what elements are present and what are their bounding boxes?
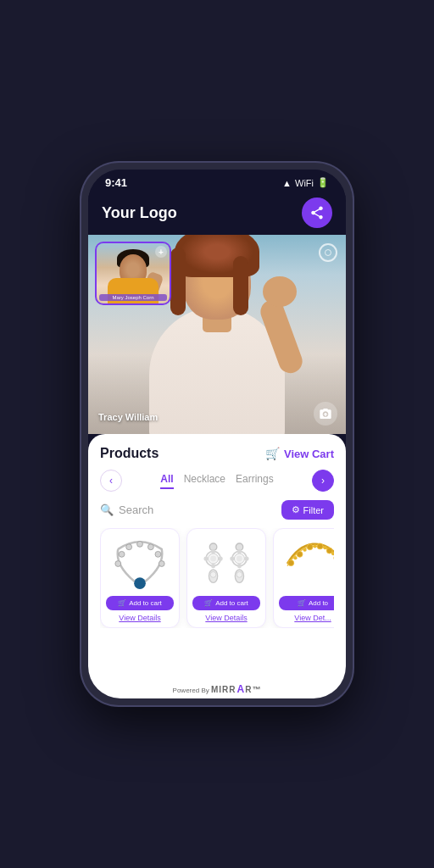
product-card-earrings: 🛒 Add to cart View Details: [186, 528, 266, 628]
products-grid: 🛒 Add to cart View Details: [100, 528, 334, 628]
products-panel: Products 🛒 View Cart ‹ All Necklace Earr…: [88, 434, 346, 680]
view-cart-label: View Cart: [284, 448, 334, 460]
filter-icon: ⚙: [292, 504, 300, 515]
products-header: Products 🛒 View Cart: [100, 446, 334, 461]
product-image-bracelet: [279, 536, 334, 591]
mirrar-text2: R™: [245, 685, 261, 694]
cart-icon-3: 🛒: [298, 599, 306, 607]
svg-point-11: [210, 555, 216, 561]
wifi-icon: WiFi: [295, 178, 314, 188]
svg-point-24: [230, 556, 234, 560]
necklace-svg: [110, 538, 170, 589]
products-title: Products: [100, 446, 159, 461]
pip-name-label: Mary Joseph Corn: [99, 294, 167, 301]
pip-add-icon[interactable]: +: [155, 246, 167, 258]
add-to-cart-label-1: Add to cart: [129, 599, 162, 607]
svg-point-36: [313, 544, 316, 548]
tab-earrings[interactable]: Earrings: [236, 473, 274, 489]
add-to-cart-button-1[interactable]: 🛒 Add to cart: [106, 596, 174, 610]
view-details-link-3[interactable]: View Det...: [279, 614, 334, 622]
earrings-svg: [197, 538, 256, 589]
svg-point-28: [288, 559, 294, 565]
video-area: + Mary Joseph Corn Tracy William: [88, 235, 346, 434]
svg-point-37: [323, 546, 326, 549]
filter-button[interactable]: ⚙ Filter: [281, 500, 334, 520]
battery-icon: 🔋: [317, 177, 329, 188]
svg-point-0: [134, 577, 146, 589]
svg-point-32: [326, 548, 332, 554]
share-button[interactable]: [302, 198, 332, 228]
svg-point-25: [244, 556, 248, 560]
product-image-necklace: [106, 536, 174, 591]
svg-point-17: [210, 571, 216, 577]
svg-point-2: [126, 543, 132, 549]
search-bar: 🔍 Search ⚙ Filter: [100, 500, 334, 520]
product-image-earrings: [192, 536, 260, 591]
tab-necklace[interactable]: Necklace: [184, 473, 225, 489]
mirrar-logo: MIRR A R™: [211, 683, 261, 695]
svg-point-29: [297, 551, 303, 557]
tabs-list: All Necklace Earrings: [125, 473, 309, 489]
user-name-label: Tracy William: [98, 412, 158, 422]
add-to-cart-button-3[interactable]: 🛒 Add to: [279, 596, 334, 610]
svg-point-27: [236, 571, 242, 577]
filter-label: Filter: [303, 505, 324, 515]
status-icons: ▲ WiFi 🔋: [282, 177, 329, 188]
svg-point-14: [203, 556, 208, 560]
signal-icon: ▲: [282, 178, 292, 188]
search-left: 🔍 Search: [100, 504, 153, 516]
product-card-necklace: 🛒 Add to cart View Details: [100, 528, 180, 628]
svg-point-34: [293, 556, 297, 559]
svg-point-31: [317, 543, 323, 549]
search-label[interactable]: Search: [119, 504, 153, 516]
share-icon: [309, 205, 325, 220]
target-icon: [319, 243, 337, 262]
svg-point-12: [211, 548, 215, 553]
mirrar-text: MIRR: [211, 685, 236, 694]
cart-icon-1: 🛒: [118, 599, 126, 607]
view-cart-button[interactable]: 🛒 View Cart: [265, 447, 334, 460]
add-to-cart-label-3: Add to: [309, 599, 328, 607]
pip-video[interactable]: + Mary Joseph Corn: [95, 242, 171, 305]
bracelet-svg: [283, 538, 334, 589]
svg-point-15: [219, 556, 223, 560]
cart-icon: 🛒: [265, 447, 280, 460]
svg-point-3: [137, 541, 143, 547]
view-details-link-1[interactable]: View Details: [106, 614, 174, 622]
tabs-row: ‹ All Necklace Earrings ›: [100, 470, 334, 492]
svg-point-13: [211, 564, 215, 568]
product-card-bracelet: 🛒 Add to View Det...: [273, 528, 334, 628]
svg-point-1: [119, 551, 125, 557]
mirrar-r-icon: A: [237, 683, 245, 695]
phone-screen: 9:41 ▲ WiFi 🔋 Your Logo: [88, 170, 346, 698]
powered-by-label: Powered By: [173, 687, 209, 694]
search-icon: 🔍: [100, 504, 114, 516]
target-inner: [325, 249, 331, 256]
status-bar: 9:41 ▲ WiFi 🔋: [88, 170, 346, 192]
view-details-link-2[interactable]: View Details: [192, 614, 260, 622]
phone-frame: 9:41 ▲ WiFi 🔋 Your Logo: [81, 163, 353, 705]
status-time: 9:41: [105, 176, 127, 189]
camera-flip-icon: [319, 407, 332, 420]
powered-by-bar: Powered By MIRR A R™: [88, 680, 346, 698]
svg-point-4: [147, 543, 153, 549]
tab-prev-button[interactable]: ‹: [100, 470, 122, 492]
svg-point-5: [155, 551, 161, 557]
app-header: Your Logo: [88, 192, 346, 235]
svg-point-7: [115, 560, 121, 566]
svg-point-23: [237, 564, 242, 568]
svg-point-35: [303, 548, 306, 551]
tab-all[interactable]: All: [160, 473, 173, 489]
svg-point-21: [236, 555, 242, 561]
add-to-cart-label-2: Add to cart: [215, 599, 248, 607]
svg-point-30: [307, 543, 313, 549]
svg-point-6: [159, 560, 164, 566]
add-to-cart-button-2[interactable]: 🛒 Add to cart: [192, 596, 260, 610]
tab-next-button[interactable]: ›: [312, 470, 334, 492]
camera-flip-button[interactable]: [314, 402, 337, 426]
svg-point-22: [237, 548, 242, 553]
cart-icon-2: 🛒: [204, 599, 213, 607]
app-logo: Your Logo: [102, 204, 177, 222]
